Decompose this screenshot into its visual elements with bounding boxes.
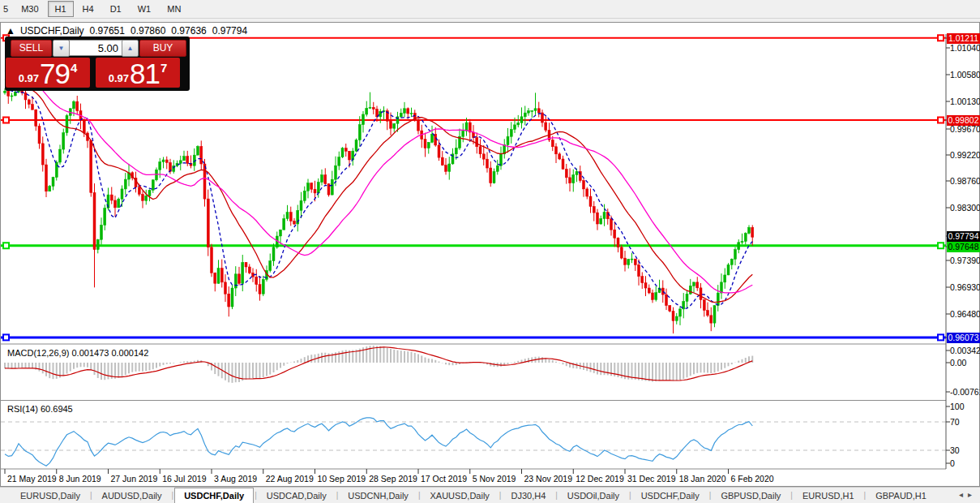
- axis-label: 1.00580: [950, 70, 980, 80]
- macd-indicator-label: MACD(12,26,9) 0.001473 0.000142: [7, 348, 148, 358]
- axis-label: 31 Dec 2019: [627, 474, 676, 484]
- tab-separator: |: [90, 491, 92, 500]
- axis-label: 100: [950, 402, 965, 411]
- timeframe-toolbar: 5M30H1H4D1W1MN: [0, 0, 980, 19]
- chart-tab-usdchf-daily-8[interactable]: USDCHF,Daily: [632, 488, 708, 503]
- axis-label: 27 Jun 2019: [111, 474, 158, 484]
- timeframe-button-5[interactable]: 5: [1, 1, 12, 17]
- buy-price-pip: 7: [160, 61, 167, 75]
- sell-button[interactable]: SELL: [11, 40, 52, 57]
- chart-tab-xauusd-daily-5[interactable]: XAUUSD,Daily: [421, 488, 498, 503]
- axis-label: 0.96480: [950, 309, 980, 319]
- tab-separator: |: [418, 491, 421, 500]
- buy-price-display[interactable]: 0.97 81 7: [96, 58, 180, 88]
- moving-average-30: [5, 71, 752, 293]
- price-tag: 1.01211: [947, 33, 980, 44]
- axis-label: 10 Sep 2019: [318, 474, 366, 484]
- mt4-application: 5M30H1H4D1W1MN ▲ USDCHF,Daily 0.97651 0.…: [0, 0, 980, 503]
- timeframe-button-m30[interactable]: M30: [14, 1, 45, 17]
- axis-label: 0.98300: [950, 203, 980, 213]
- line-handle[interactable]: [938, 35, 944, 41]
- timeframe-button-d1[interactable]: D1: [103, 1, 129, 17]
- axis-label: 0.00: [950, 358, 966, 368]
- price-tag: 0.99802: [947, 115, 980, 126]
- line-handle[interactable]: [938, 334, 944, 340]
- axis-label: 18 Jan 2020: [679, 474, 726, 484]
- chart-tab-usdcad-daily-3[interactable]: USDCAD,Daily: [258, 488, 336, 503]
- chart-tab-usdoil-daily-7[interactable]: USDOil,Daily: [558, 488, 628, 503]
- line-handle[interactable]: [3, 334, 9, 340]
- chart-tab-eurusd-h1-10[interactable]: EURUSD,H1: [794, 488, 863, 503]
- tab-separator: |: [336, 491, 339, 500]
- tab-separator: |: [499, 491, 502, 500]
- chart-tab-dj30-h4-6[interactable]: DJ30,H4: [502, 488, 554, 503]
- axis-label: 0.98760: [950, 176, 980, 186]
- sell-price-main: 79: [40, 59, 70, 88]
- chart-tab-eurusd-daily-0[interactable]: EURUSD,Daily: [11, 488, 89, 503]
- line-handle[interactable]: [3, 243, 9, 248]
- buy-button[interactable]: BUY: [139, 40, 186, 57]
- chart-tab-usdcnh-daily-4[interactable]: USDCNH,Daily: [339, 488, 417, 503]
- axis-label: 3 Aug 2019: [214, 474, 257, 484]
- line-handle[interactable]: [3, 118, 9, 123]
- timeframe-button-h4[interactable]: H4: [75, 1, 101, 17]
- chart-tabs-bar: EURUSD,Daily|AUDUSD,Daily|USDCHF,Daily|U…: [0, 487, 980, 503]
- sell-price-prefix: 0.97: [19, 72, 39, 84]
- price-tag: 0.96073: [947, 333, 980, 343]
- buy-price-prefix: 0.97: [109, 72, 129, 84]
- price-tag: 0.97794: [947, 231, 980, 242]
- axis-label: 16 Jul 2019: [162, 474, 206, 484]
- axis-label: 0.97390: [950, 256, 980, 265]
- chart-low-value: 0.97636: [171, 25, 206, 37]
- rsi-line: [5, 418, 752, 466]
- axis-label: 17 Oct 2019: [421, 474, 467, 484]
- chart-title-row: ▲ USDCHF,Daily 0.97651 0.97860 0.97636 0…: [6, 25, 247, 36]
- axis-label: 0: [950, 458, 955, 468]
- rsi-pane[interactable]: [1, 418, 946, 466]
- one-click-trading-panel: SELL ▼ ▲ BUY 0.97 79 4 0.97 81 7: [5, 37, 190, 91]
- axis-label: 12 Dec 2019: [576, 474, 624, 484]
- timeframe-button-h1[interactable]: H1: [48, 1, 74, 17]
- rsi-indicator-label: RSI(14) 60.6945: [7, 404, 73, 414]
- axis-label: 0.003428: [950, 346, 980, 355]
- axis-label: 22 Aug 2019: [266, 474, 314, 484]
- tab-separator: |: [255, 491, 257, 500]
- chart-tab-usdchf-daily-2[interactable]: USDCHF,Daily: [174, 488, 254, 503]
- sell-price-display[interactable]: 0.97 79 4: [6, 58, 90, 88]
- timeframe-button-w1[interactable]: W1: [131, 1, 159, 17]
- tab-scroll-arrows[interactable]: ◂▸: [959, 490, 977, 499]
- chart-open-value: 0.97651: [90, 25, 125, 37]
- tab-separator: |: [172, 491, 174, 500]
- axis-label: 21 May 2019: [7, 474, 57, 484]
- line-handle[interactable]: [938, 243, 944, 248]
- price-tag: 0.97648: [947, 242, 980, 252]
- chart-tab-audusd-daily-1[interactable]: AUDUSD,Daily: [93, 488, 171, 503]
- timeframe-button-mn[interactable]: MN: [160, 1, 188, 17]
- axis-label: -0.007615: [950, 387, 980, 397]
- tab-separator: |: [555, 491, 558, 500]
- axis-label: 0.96930: [950, 282, 980, 292]
- tab-separator: |: [709, 491, 712, 500]
- line-handle[interactable]: [938, 118, 944, 123]
- axis-label: 6 Feb 2020: [731, 474, 774, 484]
- axis-label: 1.00130: [950, 97, 980, 106]
- axis-label: 0.99220: [950, 150, 980, 160]
- volume-decrease-button[interactable]: ▼: [53, 40, 70, 57]
- chart-symbol-title: USDCHF,Daily: [20, 25, 84, 37]
- axis-label: 28 Sep 2019: [369, 474, 417, 484]
- tab-separator: |: [790, 491, 793, 500]
- axis-label: 1.01040: [950, 43, 980, 53]
- volume-input[interactable]: [69, 40, 123, 56]
- axis-label: 23 Nov 2019: [524, 474, 573, 484]
- chart-tab-gbpaud-h1-11[interactable]: GBPAUD,H1: [867, 488, 935, 503]
- tab-separator: |: [864, 491, 867, 500]
- chart-high-value: 0.97860: [131, 25, 165, 37]
- axis-label: 70: [950, 417, 960, 427]
- moving-average-19: [5, 80, 752, 303]
- volume-increase-button[interactable]: ▲: [122, 40, 139, 57]
- moving-average-7: [5, 88, 752, 309]
- chart-canvas[interactable]: [1, 23, 979, 484]
- chart-tab-gbpusd-daily-9[interactable]: GBPUSD,Daily: [712, 488, 790, 503]
- sell-price-pip: 4: [71, 61, 77, 75]
- axis-label: 30: [950, 445, 960, 455]
